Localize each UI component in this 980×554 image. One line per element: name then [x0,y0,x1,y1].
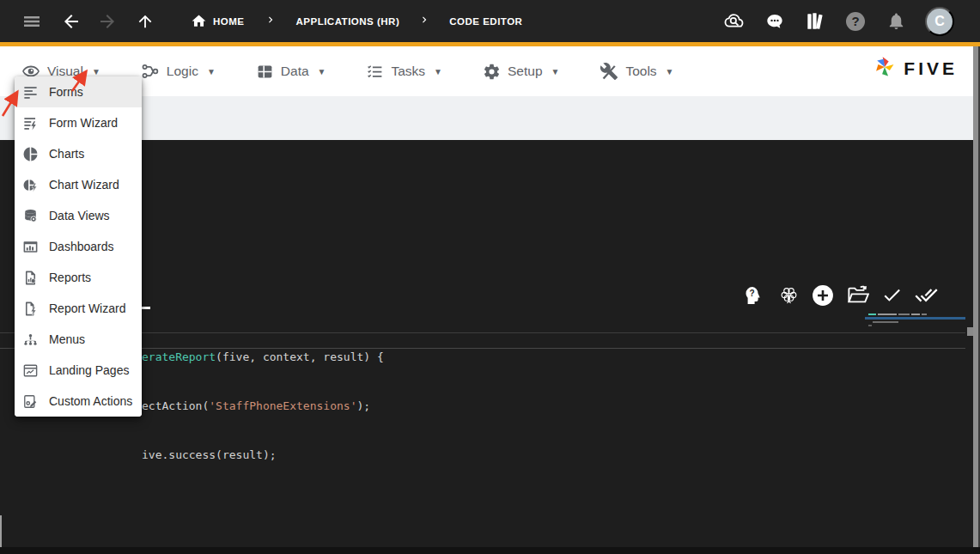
breadcrumb-applications-label: APPLICATIONS (HR) [296,16,400,27]
menu-item-label: Data Views [49,209,110,222]
double-check-icon [915,283,938,309]
breadcrumb-home-label: HOME [213,16,245,27]
minimap-line [873,321,898,323]
breadcrumb-home[interactable]: HOME [191,10,245,33]
back-button[interactable] [60,10,82,33]
open-file-button[interactable] [847,286,867,307]
caret-down-icon: ▼ [551,67,560,76]
user-avatar[interactable]: C [925,7,954,36]
library-button[interactable] [804,10,826,33]
code-line: ive.success(result); [142,447,384,463]
help-icon: ? [846,12,865,31]
cloud-search-button[interactable] [723,10,746,33]
add-button[interactable] [813,286,833,307]
breadcrumb-code-editor[interactable]: CODE EDITOR [449,10,522,33]
menu-item-dashboards[interactable]: Dashboards [15,231,142,262]
menu-item-label: Custom Actions [49,394,132,408]
up-button[interactable] [134,10,156,33]
menu-item-data-views[interactable]: Data Views [15,200,142,231]
code-line: erateReport(five, context, result) { [142,349,384,365]
left-edge-sliver [0,515,2,547]
visual-dropdown-menu: Forms Form Wizard Charts [15,76,142,417]
menu-tools[interactable]: Tools ▼ [600,62,673,81]
brand-logo: FIVE [873,55,958,82]
menu-item-form-wizard[interactable]: Form Wizard [15,107,142,138]
checklist-icon [366,63,384,81]
menu-tasks[interactable]: Tasks ▼ [366,63,442,81]
menu-item-chart-wizard[interactable]: Chart Wizard [15,169,142,200]
editor-scrollbar-thumb[interactable] [967,327,973,336]
menu-item-forms[interactable]: Forms [15,76,142,107]
menu-item-label: Menus [49,332,85,346]
ask-ai-button[interactable]: ? [744,286,764,307]
save-all-button[interactable] [916,286,936,307]
menu-setup-label: Setup [508,64,543,79]
chevron-right-icon [418,14,430,29]
tools-icon [600,62,618,81]
open-folder-icon [846,283,869,309]
sub-header-band [0,96,980,140]
reports-icon [22,270,39,286]
help-button[interactable]: ? [844,10,867,33]
menu-logic[interactable]: Logic ▼ [141,62,216,81]
menu-data[interactable]: Data ▼ [256,63,326,81]
menu-item-label: Forms [49,85,83,99]
menu-item-reports[interactable]: Reports [15,262,142,293]
chat-bot-icon [764,10,786,33]
menu-item-menus[interactable]: Menus [15,324,142,355]
cloud-search-icon [723,9,746,33]
menu-item-custom-actions[interactable]: Custom Actions [15,386,142,417]
custom-actions-icon [22,393,39,410]
top-bar: HOME APPLICATIONS (HR) CODE EDITOR [0,0,980,42]
forms-icon [22,84,39,100]
topbar-right-icons: ? C [723,7,954,36]
menu-item-charts[interactable]: Charts [15,138,142,169]
brain-button[interactable] [778,286,799,307]
five-pinwheel-icon [873,55,897,82]
caret-down-icon: ▼ [207,67,216,76]
dashboards-icon [22,239,39,255]
menu-item-report-wizard[interactable]: Report Wizard [15,293,142,324]
save-check-button[interactable] [881,286,902,307]
menu-data-label: Data [281,64,309,79]
flow-icon [141,62,160,81]
forward-button[interactable] [96,10,119,33]
hamburger-menu-button[interactable] [21,10,43,33]
code-editor[interactable]: ? [0,140,980,547]
menu-item-label: Report Wizard [49,301,125,315]
page-scrollbar[interactable] [973,46,980,547]
breadcrumb-applications[interactable]: APPLICATIONS (HR) [296,10,400,33]
home-icon [191,13,207,29]
minimap-line [868,314,927,315]
svg-text:?: ? [750,288,755,297]
form-wizard-icon [22,115,39,131]
menu-tasks-label: Tasks [391,64,425,79]
landing-pages-icon [22,362,39,379]
code-content[interactable]: erateReport(five, context, result) { ect… [142,316,384,496]
menu-setup[interactable]: Setup ▼ [483,63,559,81]
data-views-icon [22,208,39,224]
breadcrumb-code-editor-label: CODE EDITOR [449,16,522,27]
check-icon [881,284,903,308]
notifications-button[interactable] [885,10,907,33]
minimap-current-line-highlight [865,317,965,320]
arrow-right-icon [97,11,118,32]
caret-down-icon: ▼ [434,67,442,76]
books-icon [804,10,826,33]
app-window: HOME APPLICATIONS (HR) CODE EDITOR [0,0,980,554]
menu-logic-label: Logic [167,64,198,79]
brain-icon [778,284,800,308]
hamburger-icon [21,11,42,32]
bell-icon [886,11,906,31]
menu-item-label: Landing Pages [49,363,129,377]
chart-wizard-icon [22,177,39,193]
code-line-current: ectAction('StaffPhoneExtensions'); [142,398,384,414]
caret-down-icon: ▼ [318,67,326,76]
chevron-right-icon [265,14,277,29]
minimap[interactable] [865,312,965,331]
menu-item-landing-pages[interactable]: Landing Pages [15,355,142,386]
brand-label: FIVE [904,58,958,79]
arrow-up-icon [136,12,155,31]
assistant-bot-button[interactable] [764,10,786,33]
caret-down-icon: ▼ [666,67,674,76]
